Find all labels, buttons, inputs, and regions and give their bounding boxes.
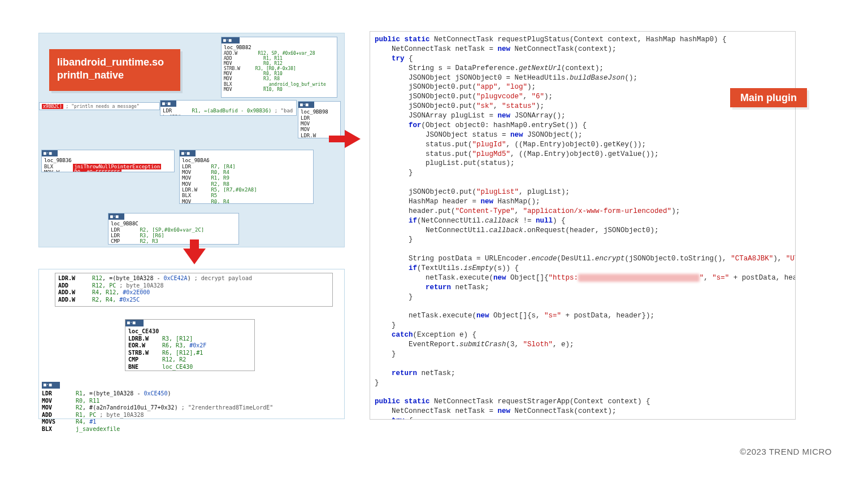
ida-box-g: ■·■ loc_9BB8C LDR R2, [SP,#0x60+var_2C] … [108,213,239,245]
badge-main-plugin: Main plugin [730,88,807,107]
ida-bottom-graph: LDR.W R12, =(byte_10A328 - 0xCE42A) ; de… [38,269,345,419]
left-panel: libandroid_runtime.so println_native ■·■… [38,33,345,419]
ida-top-graph: libandroid_runtime.so println_native ■·■… [38,33,345,247]
badge-lib-l2: println_native [57,69,172,82]
ida-box-a-code: ADD.W R12, SP, #0x60+var_28 ADD R1, R11 … [224,51,335,93]
ida-box-e: ■·■ loc_9BB36 BLX jniThrowNullPointerExc… [41,150,175,172]
ida-box-d: ■·■ loc_9BB98 LDRMOVMOVLDR.WMOVBLX [298,101,341,138]
ida-box-b: x9BB2C) ; "println needs a message" [39,102,160,110]
redacted-url-1: xxxxxxxxxxxxxxxxxxx [578,274,700,282]
badge-lib: libandroid_runtime.so println_native [49,49,180,91]
ida-box-f: ■·■ loc_9BBA6 LDR R7, [R4] MOV R0, R4 MO… [179,150,314,204]
ida-box-c: ■·■ LDR R1, =(aBadBufid - 0x9BB36) ; "ba… [160,100,297,116]
badge-lib-l1: libandroid_runtime.so [57,56,172,69]
ida-bottom-box1: LDR.W R12, =(byte_10A328 - 0xCE42A) ; de… [55,273,333,307]
ida-box-a: ■·■ loc_9BB82 ADD.W R12, SP, #0x60+var_2… [221,37,337,98]
arrow-right-icon [345,130,361,148]
ida-bottom-box2: ■·■ loc_CE430 LDRB.W R3, [R12] EOR.W R6,… [125,319,255,371]
copyright-text: ©2023 TREND MICRO [740,447,832,456]
ida-bottom-box3: ■·■ LDR R1, =(byte_10A328 - 0xCE450) MOV… [39,380,343,419]
arrow-down-icon [183,249,206,264]
